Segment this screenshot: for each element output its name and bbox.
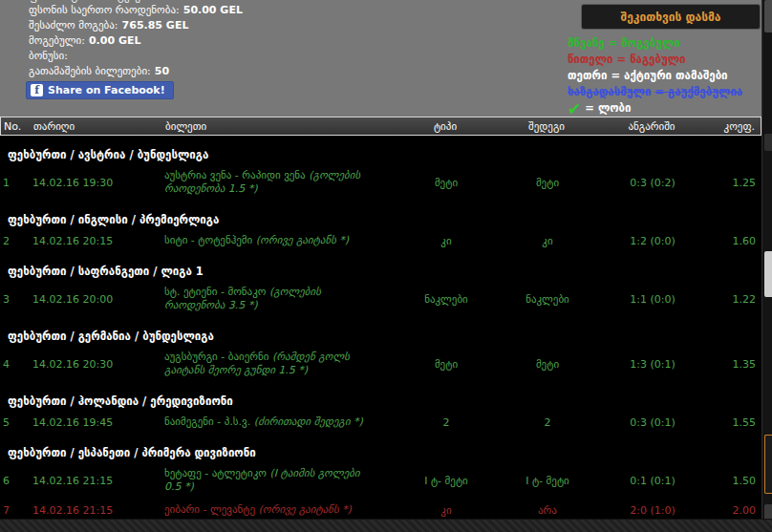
edge-fragment <box>764 0 772 32</box>
row-ticket: ნაიმეგენი - პ.ს.ვ. (ძირითადი შედეგი *) <box>164 415 398 429</box>
row-type: I ტ- მეტი <box>398 475 494 487</box>
row-ticket: სტ. ეტიენი - მონაკო (გოლების რაოდენობა 3… <box>164 286 398 312</box>
market-name: (ორივე გაიტანს *) <box>256 234 349 246</box>
league-group-header: ფეხბურთი / ესპანეთი / პრიმერა დივიზიონი <box>0 434 761 462</box>
legend-text: = წაგებული <box>617 52 686 68</box>
legend-item-green: მწვანე = მოგებული <box>568 35 742 52</box>
table-row: 614.02.16 21:15ხეტაფე - ატლეტიკო (I ტაიმ… <box>0 462 761 499</box>
legend-term: თეთრი <box>568 68 607 84</box>
summary-value: 50.00 GEL <box>183 4 243 16</box>
column-header-0: No. <box>1 120 33 133</box>
ask-question-label: შეკითხვის დასმა <box>621 11 721 24</box>
row-coefficient: 2.00 <box>704 504 756 517</box>
summary-label: შესაძლო მოგება: <box>29 19 118 32</box>
match-name: აუსტრია ვენა - რაპიდი ვენა <box>164 169 309 181</box>
summary-line: გათამაშების ბილეთები:50 <box>29 64 243 79</box>
right-edge-strip <box>761 0 772 532</box>
table-row: 514.02.16 19:45ნაიმეგენი - პ.ს.ვ. (ძირით… <box>0 411 761 434</box>
column-header-1: თარიღი <box>33 120 165 133</box>
row-score: 0:3 (0:1) <box>601 416 704 429</box>
match-name: სიტი - ტოტენჰემი <box>164 234 256 246</box>
row-score: 0:1 (0:1) <box>601 475 704 487</box>
share-facebook-button[interactable]: f Share on Facebook! <box>26 81 174 99</box>
row-date: 14.02.16 19:45 <box>32 416 164 429</box>
row-ticket: ეიბარი - ლევანტე (ორივე გაიტანს *) <box>164 503 398 517</box>
league-group-header: ფეხბურთი / ავსტრია / ბუნდესლიგა <box>0 136 761 164</box>
row-coefficient: 1.50 <box>704 475 756 487</box>
row-number: 3 <box>0 293 32 306</box>
row-type: 2 <box>398 416 494 429</box>
match-name: ნაიმეგენი - პ.ს.ვ. <box>164 415 254 428</box>
row-ticket: აუგსბურგი - ბაიერნი (რამდენ გოლს გაიტანს… <box>164 351 398 377</box>
legend-text: = გაუქმებულია <box>654 84 742 100</box>
row-coefficient: 1.60 <box>704 235 756 247</box>
match-name: ხეტაფე - ატლეტიკო <box>164 467 269 479</box>
row-result: ნაკლები <box>494 293 601 306</box>
row-result: მეტი <box>494 358 601 371</box>
summary-line: ბონუსი: <box>29 49 243 64</box>
table-row: 214.02.16 20:15სიტი - ტოტენჰემი (ორივე გ… <box>0 229 761 252</box>
legend-text: = ლობი <box>585 100 631 117</box>
table-row: 114.02.16 19:30აუსტრია ვენა - რაპიდი ვენ… <box>0 164 761 201</box>
summary-line: შესაძლო მოგება:765.85 GEL <box>29 18 243 33</box>
market-name: (ორივე გაიტანს *) <box>259 503 352 516</box>
row-ticket: ხეტაფე - ატლეტიკო (I ტაიმის გოლები 0.5 *… <box>164 467 398 494</box>
row-date: 14.02.16 21:15 <box>32 504 164 517</box>
legend-text: = მოგებული <box>609 35 680 52</box>
summary-label: ბონუსი: <box>29 50 68 62</box>
column-header-4: შედეგი <box>493 120 600 133</box>
column-header-5: ანგარიში <box>600 120 703 133</box>
bet-summary-panel: ფსონის ტიპი: სისტემური ფსონის საერთო რაო… <box>0 0 761 117</box>
row-score: 1:1 (0:0) <box>601 293 704 306</box>
row-type: მეტი <box>398 358 494 371</box>
legend-item-white: თეთრი = აქტიური თამაშები <box>568 68 742 84</box>
summary-label: გათამაშების ბილეთები: <box>29 65 151 77</box>
row-ticket: სიტი - ტოტენჰემი (ორივე გაიტანს *) <box>164 234 398 247</box>
row-type: კი <box>398 235 494 247</box>
league-group-header: ფეხბურთი / ინგლისი / პრემიერლიგა <box>0 201 761 229</box>
row-coefficient: 1.25 <box>704 177 756 189</box>
row-type: ნაკლები <box>398 293 494 306</box>
edge-fragment <box>764 134 772 151</box>
row-result: 2 <box>494 416 601 429</box>
summary-value: 765.85 GEL <box>122 19 189 32</box>
row-date: 14.02.16 21:15 <box>32 475 164 487</box>
row-date: 14.02.16 19:30 <box>32 177 164 189</box>
row-number: 6 <box>0 475 32 487</box>
match-name: ეიბარი - ლევანტე <box>164 503 259 516</box>
row-coefficient: 1.22 <box>704 293 756 306</box>
row-ticket: აუსტრია ვენა - რაპიდი ვენა (გოლების რაოდ… <box>164 169 398 196</box>
row-result: მეტი <box>494 177 601 189</box>
row-number: 7 <box>0 504 32 517</box>
table-body: ფეხბურთი / ავსტრია / ბუნდესლიგა114.02.16… <box>0 136 761 521</box>
row-number: 1 <box>0 177 32 189</box>
edge-fragment <box>764 251 772 297</box>
match-name: სტ. ეტიენი - მონაკო <box>164 286 269 298</box>
league-group-header: ფეხბურთი / საფრანგეთი / ლიგა 1 <box>0 252 761 281</box>
check-icon: ✔ <box>568 102 581 116</box>
column-header-6: კოეფ. <box>703 120 755 133</box>
table-header-row: No.თარიღიბილეთიტიპიშედეგიანგარიშიკოეფ. <box>0 117 761 136</box>
legend-term: წითელი <box>568 52 613 68</box>
legend-item-check: ✔= ლობი <box>568 100 742 117</box>
row-score: 0:3 (0:2) <box>601 177 704 189</box>
row-date: 14.02.16 20:30 <box>32 358 164 371</box>
legend-item-blue: ხაზგადასმული = გაუქმებულია <box>568 84 742 100</box>
row-result: არა <box>494 504 601 517</box>
ask-question-button[interactable]: შეკითხვის დასმა <box>581 4 761 30</box>
bet-type-line-clipped: ფსონის ტიპი: სისტემური <box>29 0 243 3</box>
league-group-header: ფეხბურთი / ჰოლანდია / ერედივიზიონი <box>0 382 761 411</box>
row-score: 1:3 (0:1) <box>601 358 704 371</box>
row-coefficient: 1.55 <box>704 416 756 429</box>
summary-line: მოგებული:0.00 GEL <box>29 33 243 49</box>
row-number: 2 <box>0 235 32 247</box>
market-name: (ძირითადი შედეგი *) <box>254 415 363 428</box>
edge-fragment <box>764 435 772 494</box>
column-header-3: ტიპი <box>397 120 493 133</box>
row-date: 14.02.16 20:15 <box>32 235 164 247</box>
row-result: კი <box>494 235 601 247</box>
row-type: მეტი <box>398 177 494 189</box>
league-group-header: ფეხბურთი / გერმანია / ბუნდესლიგა <box>0 317 761 346</box>
legend-item-red: წითელი = წაგებული <box>568 52 742 68</box>
table-row: 314.02.16 20:00სტ. ეტიენი - მონაკო (გოლე… <box>0 281 761 317</box>
